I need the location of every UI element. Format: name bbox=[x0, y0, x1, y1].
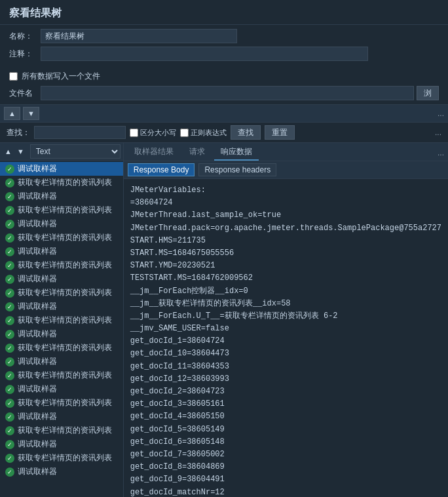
tree-item[interactable]: ✓调试取样器 bbox=[0, 245, 123, 258]
response-line: TESTSTART.MS=1684762009562 bbox=[130, 272, 441, 285]
response-line: get_docId_1=38604724 bbox=[130, 335, 441, 348]
name-input[interactable] bbox=[41, 29, 237, 43]
tree-item[interactable]: ✓获取专栏详情页的资讯列表 bbox=[0, 231, 123, 245]
tree-item-label: 获取专栏详情页的资讯列表 bbox=[18, 205, 112, 216]
check-icon: ✓ bbox=[5, 192, 14, 201]
tree-item[interactable]: ✓调试取样器 bbox=[0, 355, 123, 368]
tree-item[interactable]: ✓获取专栏详情页的资讯列表 bbox=[0, 451, 123, 465]
check-icon: ✓ bbox=[5, 288, 14, 298]
tree-item[interactable]: ✓获取专栏详情页的资讯列表 bbox=[0, 258, 123, 272]
tree-item[interactable]: ✓调试取样器 bbox=[0, 327, 123, 341]
reset-button[interactable]: 重置 bbox=[265, 125, 295, 140]
tree-item-label: 获取专栏详情页的资讯列表 bbox=[18, 177, 112, 188]
left-toolbar-down[interactable]: ▼ bbox=[15, 147, 26, 156]
comment-input[interactable] bbox=[41, 47, 368, 61]
regex-checkbox[interactable] bbox=[180, 129, 189, 137]
tree-item[interactable]: ✓调试取样器 bbox=[0, 300, 123, 313]
check-icon: ✓ bbox=[5, 316, 14, 325]
tree-item[interactable]: ✓调试取样器 bbox=[0, 465, 123, 479]
toolbar-dots-btn[interactable]: ... bbox=[438, 109, 444, 118]
tree-item[interactable]: ✓调试取样器 bbox=[0, 437, 123, 451]
comment-label: 注释： bbox=[9, 49, 35, 60]
response-line: get_docId_6=38605148 bbox=[130, 436, 441, 448]
check-icon: ✓ bbox=[5, 440, 14, 449]
response-line: START.YMD=20230521 bbox=[130, 260, 441, 272]
find-button[interactable]: 查找 bbox=[231, 125, 261, 140]
tree-item-label: 调试取样器 bbox=[18, 246, 57, 257]
toolbar-down-btn[interactable]: ▼ bbox=[23, 107, 39, 120]
tree-item-label: 获取专栏详情页的资讯列表 bbox=[18, 315, 112, 326]
response-line: get_docId_5=38605149 bbox=[130, 424, 441, 436]
check-icon: ✓ bbox=[5, 426, 14, 435]
type-select[interactable]: Text JSON XML HTML bbox=[30, 144, 121, 159]
write-all-checkbox[interactable] bbox=[9, 72, 18, 81]
check-icon: ✓ bbox=[5, 302, 14, 311]
tree-item[interactable]: ✓获取专栏详情页的资讯列表 bbox=[0, 368, 123, 382]
response-line: __jmv_SAME_USER=false bbox=[130, 323, 441, 335]
response-line: get_docId_10=38604473 bbox=[130, 348, 441, 360]
name-label: 名称： bbox=[9, 31, 35, 42]
tree-item-label: 获取专栏详情页的资讯列表 bbox=[18, 452, 112, 464]
toolbar-up-btn[interactable]: ▲ bbox=[4, 107, 20, 120]
regex-label: 正则表达式 bbox=[191, 128, 227, 138]
tree-item[interactable]: ✓调试取样器 bbox=[0, 189, 123, 203]
case-sensitive-option: 区分大小写 bbox=[130, 128, 176, 138]
file-browse-button[interactable]: 浏 bbox=[417, 86, 439, 100]
left-toolbar-up[interactable]: ▲ bbox=[3, 147, 14, 156]
tree-item[interactable]: ✓调试取样器 bbox=[0, 382, 123, 396]
tree-item[interactable]: ✓获取专栏详情页的资讯列表 bbox=[0, 313, 123, 327]
tree-item-label: 调试取样器 bbox=[18, 466, 57, 477]
tree-item-label: 调试取样器 bbox=[18, 301, 57, 312]
tree-item-label: 获取专栏详情页的资讯列表 bbox=[18, 260, 112, 271]
tree-item-label: 获取专栏详情页的资讯列表 bbox=[18, 425, 112, 436]
check-icon: ✓ bbox=[5, 247, 14, 256]
tree-item-label: 获取专栏详情页的资讯列表 bbox=[18, 397, 112, 408]
response-line: __jm__获取专栏详情页的资讯列表__idx=58 bbox=[130, 298, 441, 310]
tree-item[interactable]: ✓调试取样器 bbox=[0, 217, 123, 231]
tree-item[interactable]: ✓获取专栏详情页的资讯列表 bbox=[0, 396, 123, 410]
check-icon: ✓ bbox=[5, 275, 14, 284]
tree-item[interactable]: ✓调试取样器 bbox=[0, 272, 123, 286]
check-icon: ✓ bbox=[5, 206, 14, 215]
tree-item-label: 获取专栏详情页的资讯列表 bbox=[18, 342, 112, 353]
resp-tab-headers[interactable]: Response headers bbox=[198, 163, 276, 176]
file-input[interactable] bbox=[41, 86, 414, 100]
tree-item[interactable]: ✓获取专栏详情页的资讯列表 bbox=[0, 203, 123, 217]
title-bar: 察看结果树 bbox=[0, 0, 448, 25]
tab-sampler-result[interactable]: 取样器结果 bbox=[128, 144, 180, 161]
response-line: JMeterVariables: bbox=[130, 184, 441, 197]
tree-item[interactable]: ✓获取专栏详情页的资讯列表 bbox=[0, 424, 123, 437]
check-icon: ✓ bbox=[5, 178, 14, 188]
check-icon: ✓ bbox=[5, 233, 14, 243]
tab-response-data[interactable]: 响应数据 bbox=[214, 144, 259, 161]
tree-item-label: 调试取样器 bbox=[18, 191, 57, 202]
page-title: 察看结果树 bbox=[9, 7, 62, 18]
tree-item-label: 调试取样器 bbox=[18, 384, 57, 395]
tree-item[interactable]: ✓调试取样器 bbox=[0, 162, 123, 176]
response-line: get_docId_8=38604869 bbox=[130, 461, 441, 473]
search-dots: ... bbox=[435, 128, 441, 137]
check-icon: ✓ bbox=[5, 454, 14, 463]
response-line: START.HMS=211735 bbox=[130, 235, 441, 247]
response-line: __jm__ForEach.U_T__=获取专栏详情页的资讯列表 6-2 bbox=[130, 310, 441, 323]
resp-tab-body[interactable]: Response Body bbox=[128, 163, 195, 176]
right-dots: ... bbox=[438, 148, 444, 157]
response-line: __jm__ForEach控制器__idx=0 bbox=[130, 285, 441, 298]
tree-item-label: 调试取样器 bbox=[18, 356, 57, 367]
case-sensitive-checkbox[interactable] bbox=[130, 129, 138, 137]
tree-item-label: 获取专栏详情页的资讯列表 bbox=[18, 287, 112, 298]
tree-item[interactable]: ✓获取专栏详情页的资讯列表 bbox=[0, 286, 123, 300]
search-input[interactable] bbox=[34, 126, 126, 139]
tree-item[interactable]: ✓获取专栏详情页的资讯列表 bbox=[0, 341, 123, 355]
response-line: get_docId_7=38605002 bbox=[130, 448, 441, 461]
search-label: 查找： bbox=[7, 127, 30, 138]
tree-list: ✓调试取样器✓获取专栏详情页的资讯列表✓调试取样器✓获取专栏详情页的资讯列表✓调… bbox=[0, 161, 123, 497]
tree-item[interactable]: ✓调试取样器 bbox=[0, 410, 123, 424]
response-line: get_docId_4=38605150 bbox=[130, 410, 441, 423]
response-line: JMeterThread.last_sample_ok=true bbox=[130, 209, 441, 222]
tree-item-label: 获取专栏详情页的资讯列表 bbox=[18, 370, 112, 381]
tree-item[interactable]: ✓获取专栏详情页的资讯列表 bbox=[0, 176, 123, 189]
check-icon: ✓ bbox=[5, 399, 14, 408]
tab-request[interactable]: 请求 bbox=[183, 144, 212, 161]
regex-option: 正则表达式 bbox=[180, 128, 227, 138]
